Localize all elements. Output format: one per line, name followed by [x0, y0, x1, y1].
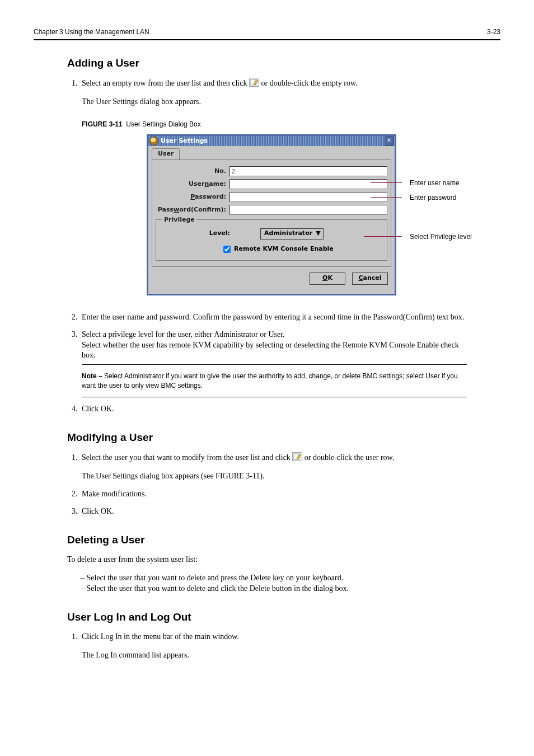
dialog-body: User No. Username:	[148, 146, 395, 294]
section-title-login-logout: User Log In and Log Out	[67, 611, 467, 623]
remote-kvm-label: Remote KVM Console Enable	[234, 245, 334, 253]
callout-line-username	[371, 182, 402, 183]
username-input[interactable]	[229, 179, 387, 189]
section-title-deleting-user: Deleting a User	[67, 534, 467, 546]
mod-step-1-after: The User Settings dialog box appears (se…	[82, 471, 467, 482]
delete-bullet-2: Select the user that you want to delete …	[81, 584, 467, 594]
field-no: No.	[156, 166, 387, 176]
login-step-1: Click Log In in the menu bar of the main…	[79, 632, 467, 661]
note-divider-bottom	[82, 397, 467, 397]
password-input[interactable]	[229, 192, 387, 202]
step-1-text-b: or double-click the empty row.	[261, 79, 357, 87]
field-password-confirm: Password(Confirm):	[156, 205, 387, 215]
edit-icon	[292, 452, 302, 461]
figure-caption: FIGURE 3-11 User Settings Dialog Box	[82, 120, 467, 129]
callout-username: Enter user name	[410, 179, 460, 187]
deleting-lead: To delete a user from the system user li…	[67, 555, 467, 565]
step-1: Select an empty row from the user list a…	[79, 78, 467, 295]
step-4: Click OK.	[79, 404, 467, 415]
steps-add-user: Select an empty row from the user list a…	[67, 78, 467, 415]
password-confirm-label: Password(Confirm):	[156, 206, 229, 214]
step-2: Enter the user name and password. Confir…	[79, 312, 467, 323]
note-divider-top	[82, 364, 467, 365]
content: Adding a User Select an empty row from t…	[34, 57, 500, 661]
mod-step-1: Select the user you that want to modify …	[79, 452, 467, 482]
step-1-text-a: Select an empty row from the user list a…	[82, 79, 247, 87]
page: Chapter 3 Using the Management LAN 3-23 …	[0, 0, 534, 661]
deleting-bullets: Select the user that you want to delete …	[67, 573, 467, 594]
remote-kvm-row: Remote KVM Console Enable	[160, 244, 383, 255]
page-number: 3-23	[487, 28, 500, 36]
dialog-titlebar: User Settings ✕	[148, 136, 395, 146]
section-title-modifying-user: Modifying a User	[67, 431, 467, 444]
tab-panel: No. Username: Password:	[152, 159, 391, 267]
ok-button[interactable]: OK	[310, 273, 345, 285]
close-icon[interactable]: ✕	[385, 137, 394, 145]
callout-password: Enter password	[410, 193, 456, 202]
delete-bullet-1: Select the user that you want to delete …	[81, 573, 467, 584]
remote-kvm-checkbox[interactable]	[223, 246, 231, 253]
figure-user-settings: User Settings ✕ User No.	[147, 134, 402, 295]
mod-step-2: Make modifications.	[79, 489, 467, 500]
callout-line-password	[371, 197, 402, 198]
step-1-text-c: The User Settings dialog box appears.	[82, 97, 467, 107]
callout-line-level	[364, 236, 402, 237]
step-3: Select a privilege level for the user, e…	[79, 330, 467, 397]
steps-modify-user: Select the user you that want to modify …	[67, 452, 467, 518]
mod-step-3: Click OK.	[79, 506, 467, 517]
password-label: Password:	[156, 193, 229, 201]
user-settings-dialog: User Settings ✕ User No.	[147, 134, 396, 295]
section-title-adding-user: Adding a User	[67, 57, 467, 69]
level-row: Level: Administrator ▼	[160, 228, 383, 240]
chevron-down-icon: ▼	[316, 229, 320, 238]
steps-login: Click Log In in the menu bar of the main…	[67, 632, 467, 661]
privilege-group: Privilege Level: Administrator ▼	[156, 219, 387, 261]
dialog-icon	[149, 137, 158, 145]
step-3a: Select a privilege level for the user, e…	[82, 330, 285, 339]
page-header: Chapter 3 Using the Management LAN 3-23	[34, 28, 500, 40]
tab-bar: User	[152, 148, 391, 159]
step-3b: Select whether the user has remote KVM c…	[82, 341, 459, 360]
dialog-title-text: User Settings	[161, 137, 385, 145]
privilege-legend: Privilege	[162, 216, 197, 224]
level-label: Level:	[160, 229, 233, 238]
field-password: Password:	[156, 192, 387, 202]
edit-icon	[249, 78, 259, 87]
no-label: No.	[156, 167, 229, 176]
callout-level: Select Privilege level	[410, 232, 472, 241]
field-username: Username:	[156, 179, 387, 189]
no-value	[229, 166, 387, 176]
cancel-button[interactable]: Cancel	[352, 273, 388, 285]
username-label: Username:	[156, 180, 229, 189]
note: Note – Select Administrator if you want …	[82, 372, 467, 389]
chapter-label: Chapter 3 Using the Management LAN	[34, 28, 149, 36]
tab-user[interactable]: User	[152, 148, 180, 159]
level-value: Administrator	[264, 229, 312, 238]
password-confirm-input[interactable]	[229, 205, 387, 215]
login-step-1-after: The Log In command list appears.	[82, 650, 467, 661]
dialog-buttons: OK Cancel	[152, 267, 391, 289]
level-select[interactable]: Administrator ▼	[260, 228, 324, 240]
